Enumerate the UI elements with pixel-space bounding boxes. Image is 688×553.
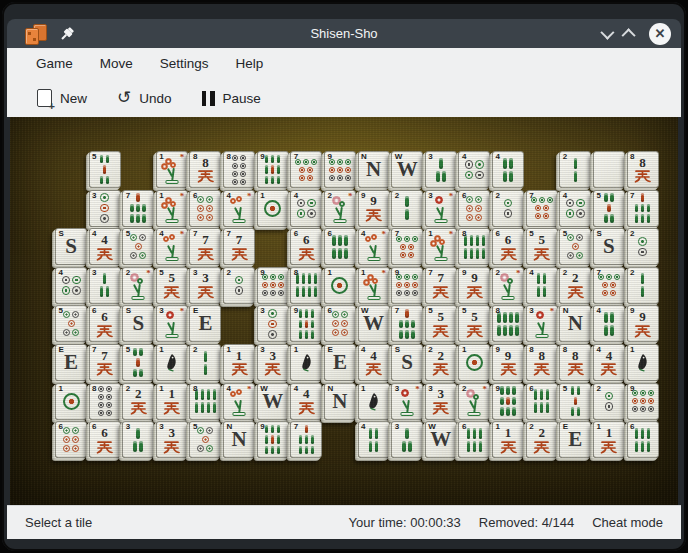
tile-wind-east[interactable]: EE bbox=[559, 421, 591, 458]
tile-circle-2[interactable]: 2 bbox=[223, 267, 255, 304]
tile-man-7[interactable]: 77 bbox=[425, 267, 457, 304]
tile-circle-7[interactable]: 7 bbox=[391, 228, 423, 265]
menu-settings[interactable]: Settings bbox=[160, 56, 209, 71]
tile-man-6[interactable]: 66 bbox=[89, 305, 121, 342]
tile-bamboo-7[interactable]: 7 bbox=[290, 421, 322, 458]
tile-bamboo-3[interactable]: 3 bbox=[122, 421, 154, 458]
tile-bamboo-6[interactable]: 6 bbox=[526, 383, 558, 420]
tile-man-7[interactable]: 77 bbox=[189, 228, 221, 265]
tile-flower-1[interactable]: 1* bbox=[358, 267, 390, 304]
tile-bamboo-5[interactable]: 5 bbox=[593, 190, 625, 227]
tile-circle-5[interactable]: 5 bbox=[189, 421, 221, 458]
tile-circle-3[interactable]: 3 bbox=[89, 190, 121, 227]
tile-wind-east[interactable]: EE bbox=[55, 344, 87, 381]
minimize-button[interactable] bbox=[600, 25, 614, 39]
tile-man-1[interactable]: 11 bbox=[156, 383, 188, 420]
tile-circle-7[interactable]: 7 bbox=[290, 151, 322, 188]
tile-bamboo-9[interactable]: 9 bbox=[492, 383, 524, 420]
tile-circle-9[interactable]: 9 bbox=[324, 151, 356, 188]
tile-wind-north[interactable]: NN bbox=[559, 305, 591, 342]
titlebar[interactable]: Shisen-Sho ✕ bbox=[7, 19, 681, 48]
tile-circle-9[interactable]: 9 bbox=[391, 267, 423, 304]
tile-man-2[interactable]: 22 bbox=[526, 421, 558, 458]
tile-bamboo-4[interactable]: 4 bbox=[526, 267, 558, 304]
tile-man-5[interactable]: 55 bbox=[156, 267, 188, 304]
tile-circle-6[interactable]: 6 bbox=[189, 190, 221, 227]
tile-bamboo-5[interactable]: 5 bbox=[122, 344, 154, 381]
tile-bamboo-2[interactable]: 2 bbox=[189, 344, 221, 381]
tile-circle-3[interactable]: 3 bbox=[257, 305, 289, 342]
tile-flower-2[interactable]: 2* bbox=[324, 190, 356, 227]
tile-man-2[interactable]: 22 bbox=[122, 383, 154, 420]
tile-man-1[interactable]: 11 bbox=[223, 344, 255, 381]
tile-wind-west[interactable]: WW bbox=[391, 151, 423, 188]
tile-man-8[interactable]: 88 bbox=[189, 151, 221, 188]
tile-bamboo-3[interactable]: 3 bbox=[391, 421, 423, 458]
tile-flower-3[interactable]: 3* bbox=[391, 383, 423, 420]
tile-man-4[interactable]: 44 bbox=[358, 344, 390, 381]
tile-bamboo-7[interactable]: 7 bbox=[122, 190, 154, 227]
tile-man-2[interactable]: 22 bbox=[425, 344, 457, 381]
tile-bamboo-2[interactable]: 2 bbox=[627, 267, 659, 304]
tile-circle-1[interactable]: 1 bbox=[458, 344, 490, 381]
tile-man-6[interactable]: 66 bbox=[89, 421, 121, 458]
tile-circle-7[interactable]: 7 bbox=[526, 190, 558, 227]
menu-move[interactable]: Move bbox=[100, 56, 133, 71]
tile-bamboo-1[interactable]: 1 bbox=[156, 344, 188, 381]
tile-circle-4[interactable]: 4 bbox=[559, 190, 591, 227]
tile-circle-4[interactable]: 4 bbox=[290, 190, 322, 227]
tile-circle-9[interactable]: 9 bbox=[257, 267, 289, 304]
tile-man-2[interactable]: 22 bbox=[559, 267, 591, 304]
tile-flower-2[interactable]: 2* bbox=[492, 267, 524, 304]
tile-flower-1[interactable]: 1* bbox=[425, 228, 457, 265]
tile-bamboo-7[interactable]: 7 bbox=[391, 305, 423, 342]
tile-man-1[interactable]: 11 bbox=[593, 421, 625, 458]
tile-circle-6[interactable]: 6 bbox=[324, 305, 356, 342]
tile-man-9[interactable]: 99 bbox=[358, 190, 390, 227]
tile-circle-5[interactable]: 5 bbox=[55, 305, 87, 342]
tile-flower-4[interactable]: 4* bbox=[223, 383, 255, 420]
tile-bamboo-1[interactable]: 1 bbox=[358, 383, 390, 420]
tile-man-9[interactable]: 99 bbox=[627, 305, 659, 342]
tile-bamboo-2[interactable]: 2 bbox=[391, 190, 423, 227]
pause-button[interactable]: Pause bbox=[202, 91, 261, 106]
tile-bamboo-8[interactable]: 8 bbox=[492, 305, 524, 342]
tile-man-9[interactable]: 99 bbox=[492, 344, 524, 381]
tile-bamboo-8[interactable]: 8 bbox=[189, 383, 221, 420]
tile-wind-west[interactable]: WW bbox=[257, 383, 289, 420]
tile-circle-2[interactable]: 2 bbox=[492, 190, 524, 227]
tile-flower-3[interactable]: 3* bbox=[425, 190, 457, 227]
tile-bamboo-6[interactable]: 6 bbox=[324, 228, 356, 265]
tile-bamboo-1[interactable]: 1 bbox=[627, 344, 659, 381]
new-button[interactable]: New bbox=[37, 89, 87, 107]
tile-bamboo-9[interactable]: 9 bbox=[257, 151, 289, 188]
tile-bamboo-4[interactable]: 4 bbox=[492, 151, 524, 188]
tile-man-9[interactable]: 99 bbox=[458, 267, 490, 304]
tile-bamboo-4[interactable]: 4 bbox=[593, 305, 625, 342]
tile-circle-5[interactable]: 5 bbox=[559, 228, 591, 265]
tile-flower-2[interactable]: 2* bbox=[458, 383, 490, 420]
tile-bamboo-7[interactable]: 7 bbox=[627, 190, 659, 227]
tile-man-4[interactable]: 44 bbox=[290, 383, 322, 420]
tile-circle-9[interactable]: 9 bbox=[627, 383, 659, 420]
tile-circle-8[interactable]: 8 bbox=[89, 383, 121, 420]
tile-circle-1[interactable]: 1 bbox=[324, 267, 356, 304]
tile-man-5[interactable]: 55 bbox=[526, 228, 558, 265]
tile-wind-east[interactable]: EE bbox=[189, 305, 221, 342]
tile-flower-2[interactable]: 2* bbox=[122, 267, 154, 304]
tile-circle-7[interactable]: 7 bbox=[593, 267, 625, 304]
tile-circle-1[interactable]: 1 bbox=[257, 190, 289, 227]
tile-flower-3[interactable]: 3* bbox=[156, 305, 188, 342]
tile-bamboo-4[interactable]: 4 bbox=[358, 421, 390, 458]
tile-circle-1[interactable]: 1 bbox=[55, 383, 87, 420]
tile-man-6[interactable]: 66 bbox=[290, 228, 322, 265]
tile-bamboo-5[interactable]: 5 bbox=[89, 151, 121, 188]
tile-man-3[interactable]: 33 bbox=[257, 344, 289, 381]
tile-man-6[interactable]: 66 bbox=[492, 228, 524, 265]
tile-wind-south[interactable]: SS bbox=[391, 344, 423, 381]
tile-man-5[interactable]: 55 bbox=[458, 305, 490, 342]
tile-wind-south[interactable]: SS bbox=[593, 228, 625, 265]
tile-man-4[interactable]: 44 bbox=[89, 228, 121, 265]
tile-circle-4[interactable]: 4 bbox=[55, 267, 87, 304]
tile-man-7[interactable]: 77 bbox=[223, 228, 255, 265]
